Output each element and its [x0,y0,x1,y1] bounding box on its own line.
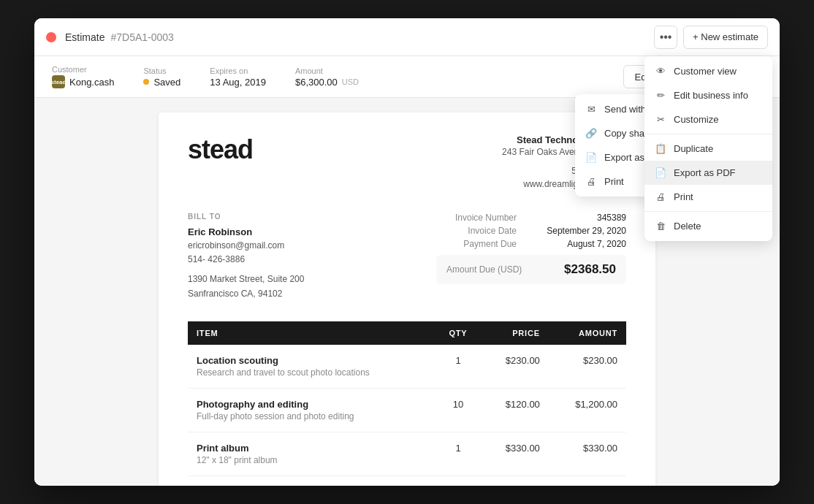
payment-due-value: August 7, 2020 [531,239,626,249]
customer-value: stead Kong.cash [52,75,114,88]
main-window: × Estimate #7D5A1-0003 ••• + New estimat… [34,18,780,486]
estimate-id: #7D5A1-0003 [110,31,173,43]
col-price: PRICE [482,321,549,345]
context-menu: 👁 Customer view ✏ Edit business info ✂ C… [644,56,772,241]
titlebar-actions: ••• + New estimate [654,26,768,49]
customer-field: Customer stead Kong.cash [52,65,114,88]
table-row: Photography and editing Full-day photo s… [188,388,626,432]
item-name-cell: Photography and editing Full-day photo s… [188,388,435,432]
duplicate-item[interactable]: 📋 Duplicate [644,137,772,161]
titlebar: × Estimate #7D5A1-0003 ••• + New estimat… [34,18,780,56]
item-price-cell: $120.00 [482,388,549,432]
item-price-cell: $330.00 [482,432,549,476]
amount-label: Amount [295,66,359,75]
client-name: Eric Robinson [188,226,304,237]
invoice-date-label: Invoice Date [468,226,517,236]
item-amount-cell: $230.00 [549,345,626,389]
send-tack-icon: ✉ [585,104,597,115]
print-ctx-label: Print [674,191,693,202]
amount-due-box: Amount Due (USD) $2368.50 [436,255,626,284]
customer-label: Customer [52,65,114,74]
edit-business-icon: ✏ [655,90,666,101]
status-field: Status Saved [143,66,180,88]
status-text: Saved [153,77,180,88]
item-qty-cell: 10 [435,388,482,432]
col-qty: QTY [435,321,482,345]
edit-business-label: Edit business info [674,90,748,101]
bill-section: BILL TO Eric Robinson ericrobinson@gmail… [188,213,626,301]
payment-due-row: Payment Due August 7, 2020 [436,239,626,249]
amount-currency: USD [342,77,359,86]
customer-view-icon: 👁 [655,66,666,77]
amount-number: $6,300.00 [295,77,338,88]
context-divider-1 [644,134,772,134]
table-row: Print album 12" x 18" print album 1 $330… [188,432,626,476]
item-desc: Full-day photo session and photo editing [197,411,426,421]
delete-icon: 🗑 [655,221,666,232]
invoice-date-row: Invoice Date September 29, 2020 [436,226,626,236]
customize-item[interactable]: ✂ Customize [644,107,772,131]
item-name: Location scouting [197,355,426,366]
new-estimate-button[interactable]: + New estimate [683,26,768,49]
bill-to-block: BILL TO Eric Robinson ericrobinson@gmail… [188,213,304,301]
estimate-label: Estimate [65,31,104,43]
export-pdf-ctx-label: Export as PDF [674,167,736,178]
status-dot [143,79,149,85]
amount-due-label: Amount Due (USD) [446,264,522,275]
customer-view-label: Customer view [674,66,737,77]
invoice-date-value: September 29, 2020 [531,226,626,236]
item-name: Print album [197,443,426,454]
delete-item[interactable]: 🗑 Delete [644,214,772,238]
titlebar-title: Estimate #7D5A1-0003 [65,31,174,43]
item-desc: Research and travel to scout photo locat… [197,367,426,378]
amount-due-value: $2368.50 [564,262,616,277]
expires-field: Expires on 13 Aug, 2019 [210,66,266,88]
status-value: Saved [143,77,180,88]
item-name-cell: Location scouting Research and travel to… [188,345,435,389]
company-logo: stead [188,134,253,165]
amount-field: Amount $6,300.00 USD [295,66,359,88]
col-amount: AMOUNT [549,321,626,345]
invoice-meta-right: Invoice Number 345389 Invoice Date Septe… [436,213,626,301]
print-send-label: Print [604,176,624,187]
col-item: ITEM [188,321,435,345]
status-label: Status [143,66,180,75]
client-address2: Sanfrancisco CA, 94102 [188,287,304,301]
table-row: Location scouting Research and travel to… [188,345,626,389]
delete-label: Delete [674,221,701,232]
copy-link-icon: 🔗 [585,128,597,139]
customer-name: Kong.cash [69,77,114,88]
client-address1: 1390 Market Street, Suite 200 [188,272,304,286]
item-desc: 12" x 18" print album [197,455,426,465]
close-button[interactable]: × [46,32,56,42]
customize-icon: ✂ [655,114,666,125]
export-pdf-icon: 📄 [585,152,597,163]
table-header-row: ITEM QTY PRICE AMOUNT [188,321,626,345]
duplicate-label: Duplicate [674,143,713,154]
item-qty-cell: 1 [435,432,482,476]
bill-to-label: BILL TO [188,213,304,221]
edit-business-info-item[interactable]: ✏ Edit business info [644,83,772,107]
invoice-number-label: Invoice Number [455,213,517,223]
export-pdf-item[interactable]: 📄 Export as PDF [644,161,772,185]
expires-label: Expires on [210,66,266,75]
customize-label: Customize [674,114,718,125]
item-name-cell: Print album 12" x 18" print album [188,432,435,476]
print-send-icon: 🖨 [585,176,597,187]
client-phone: 514- 426-3886 [188,253,304,267]
amount-value: $6,300.00 USD [295,77,359,88]
expires-value: 13 Aug, 2019 [210,77,266,88]
context-divider-2 [644,211,772,212]
more-options-button[interactable]: ••• [654,26,677,49]
item-amount-cell: $330.00 [549,432,626,476]
customer-view-item[interactable]: 👁 Customer view [644,59,772,83]
client-email: ericrobinson@gmail.com [188,239,304,253]
print-ctx-icon: 🖨 [655,191,666,202]
item-amount-cell: $1,200.00 [549,388,626,432]
duplicate-icon: 📋 [655,143,666,154]
items-table: ITEM QTY PRICE AMOUNT Location scouting … [188,321,626,476]
invoice-number-row: Invoice Number 345389 [436,213,626,223]
invoice-number-value: 345389 [531,213,626,223]
item-price-cell: $230.00 [482,345,549,389]
print-item[interactable]: 🖨 Print [644,185,772,209]
